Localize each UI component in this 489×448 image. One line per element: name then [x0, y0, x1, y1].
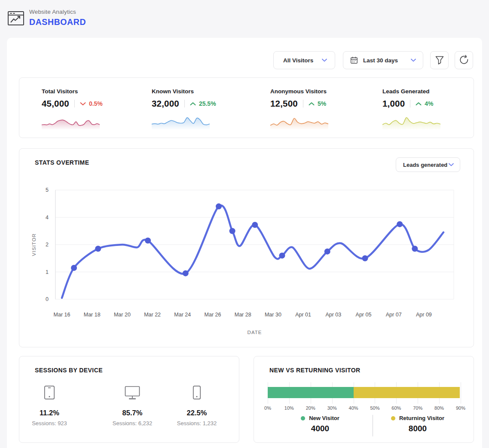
trend-up-icon: [416, 102, 422, 106]
device-sessions: Sessions: 1,232: [167, 420, 227, 427]
sparkline-chart: [42, 113, 100, 129]
returning-visitor-dot-icon: [391, 416, 395, 420]
axis-tick-label: 30%: [327, 405, 337, 411]
y-axis-tick-label: 4: [46, 215, 49, 221]
x-axis-tick-label: Mar 18: [84, 312, 101, 318]
legend-value: 8000: [373, 424, 462, 433]
legend-new-visitor: New Visitor 4000: [268, 415, 373, 439]
axis-tick-label: 90%: [456, 405, 465, 411]
stacked-bar: [268, 387, 460, 398]
x-axis-tick-label: Apr 07: [386, 312, 402, 318]
desktop-icon: [102, 384, 162, 401]
sessions-by-device-title: SESSIONS BY DEVICE: [35, 367, 103, 374]
visitor-filter-value: All Visitors: [283, 57, 313, 64]
new-vs-returning-title: NEW VS RETURNING VISITOR: [269, 367, 361, 374]
stat-label: Total Visitors: [42, 88, 78, 95]
date-range-value: Last 30 days: [363, 57, 398, 64]
x-axis-tick-label: Mar 22: [144, 312, 161, 318]
x-axis-title: DATE: [248, 330, 262, 335]
filter-button[interactable]: [430, 51, 449, 69]
axis-tick-label: 40%: [349, 405, 358, 411]
y-axis-tick-label: 5: [46, 187, 49, 193]
data-point-dot: [183, 270, 189, 276]
data-point-dot: [412, 246, 418, 252]
data-point-dot: [252, 222, 258, 228]
axis-tick-label: 50%: [370, 405, 379, 411]
sessions-by-device-card: SESSIONS BY DEVICE 85.7% Sessions: 6,232: [19, 356, 239, 443]
axis-tick-label: 70%: [413, 405, 422, 411]
stat-anonymous-visitors: Anonymous Visitors 12,500 5%: [270, 78, 378, 138]
analytics-logo-icon: [7, 10, 25, 28]
sparkline-chart: [270, 113, 328, 129]
legend-label: New Visitor: [309, 415, 339, 421]
app-title: Website Analytics: [29, 9, 86, 15]
stat-change: 5%: [318, 100, 326, 107]
x-axis-tick-label: Apr 09: [416, 312, 432, 318]
data-point-dot: [71, 265, 77, 271]
divider: [410, 100, 410, 107]
header-titles: Website Analytics DASHBOARD: [29, 9, 86, 27]
bar-gridline: [461, 382, 461, 404]
date-range-dropdown[interactable]: Last 30 days: [343, 51, 423, 69]
data-point-dot: [229, 228, 235, 234]
axis-tick-label: 60%: [391, 405, 401, 411]
sparkline-chart: [382, 113, 440, 129]
bar-axis-ticks: 0%10%20%30%40%50%60%70%80%90%: [268, 405, 461, 411]
stat-change: 25.5%: [199, 100, 216, 107]
device-percent: 22.5%: [167, 409, 227, 417]
y-axis-tick-label: 1: [46, 269, 49, 275]
data-point-dot: [397, 221, 403, 227]
trend-up-icon: [309, 102, 315, 106]
visitors-line-chart: 54210Mar 16Mar 18Mar 20Mar 22Mar 24Mar 2…: [19, 149, 474, 347]
refresh-button[interactable]: [455, 51, 473, 69]
visitor-stacked-bar: [268, 382, 461, 404]
y-axis-title: VISITOR: [31, 233, 37, 256]
calendar-icon: [350, 56, 358, 64]
stats-summary-card: Total Visitors 45,000 0.5% Known Visitor…: [19, 77, 474, 138]
stat-label: Known Visitors: [152, 88, 194, 95]
device-percent: 85.7%: [102, 409, 162, 417]
axis-tick-label: 80%: [434, 405, 444, 411]
stat-value: 12,500: [270, 98, 298, 109]
stat-known-visitors: Known Visitors 32,000 25.5%: [152, 78, 259, 138]
filter-funnel-icon: [434, 55, 445, 66]
stat-value: 1,000: [382, 98, 405, 109]
stat-label: Leads Generated: [382, 88, 430, 95]
x-axis-tick-label: Mar 16: [54, 312, 70, 318]
stat-total-visitors: Total Visitors 45,000 0.5%: [42, 78, 149, 138]
main-panel: All Visitors Last 30 days: [7, 38, 482, 448]
stat-leads-generated: Leads Generated 1,000 4%: [382, 78, 489, 138]
x-axis-tick-label: Mar 28: [235, 312, 251, 318]
visitor-filter-dropdown[interactable]: All Visitors: [273, 51, 335, 69]
refresh-icon: [458, 55, 470, 66]
bar-segment-new-visitor: [268, 387, 354, 398]
stat-value: 32,000: [152, 98, 179, 109]
trend-up-icon: [190, 102, 196, 106]
data-point-dot: [216, 203, 222, 209]
mobile-icon: [167, 384, 227, 401]
divider: [74, 100, 75, 107]
new-visitor-dot-icon: [301, 416, 305, 420]
sparkline-chart: [152, 113, 210, 129]
data-point-dot: [95, 246, 101, 252]
axis-tick-label: 10%: [284, 405, 294, 411]
data-point-dot: [324, 249, 330, 255]
device-sessions: Sessions: 6,232: [102, 420, 162, 427]
divider: [184, 100, 185, 107]
stat-value: 45,000: [42, 98, 69, 109]
x-axis-tick-label: Mar 26: [205, 312, 221, 318]
data-point-dot: [279, 252, 285, 258]
data-point-dot: [145, 237, 151, 243]
legend-returning-visitor: Returning Visitor 8000: [373, 415, 462, 439]
tablet-icon: [19, 384, 79, 401]
divider: [303, 100, 303, 107]
trend-down-icon: [80, 102, 86, 106]
stat-change: 4%: [425, 100, 433, 107]
x-axis-tick-label: Apr 05: [356, 312, 372, 318]
stat-label: Anonymous Visitors: [270, 88, 327, 95]
chevron-down-icon: [322, 58, 327, 62]
data-point-dot: [362, 255, 368, 261]
device-sessions: Sessions: 923: [19, 420, 79, 427]
x-axis-tick-label: Apr 01: [295, 312, 311, 318]
stats-overtime-card: STATS OVERTIME Leads generated 54210Mar …: [19, 148, 474, 347]
